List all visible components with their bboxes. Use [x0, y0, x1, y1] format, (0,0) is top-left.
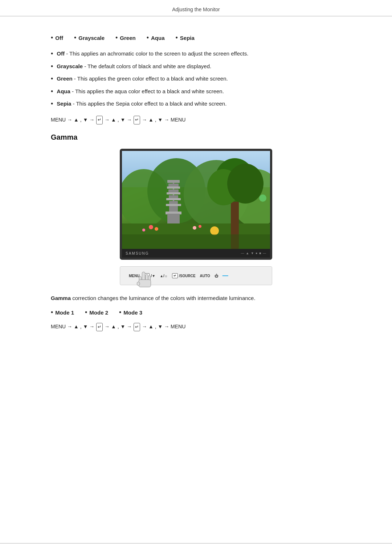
- enter-icon: ↵: [96, 116, 103, 124]
- mode-3-label: Mode 3: [123, 309, 142, 316]
- svg-point-28: [210, 226, 219, 235]
- page-footer: [0, 543, 392, 554]
- mode-3-option: • Mode 3: [119, 309, 142, 316]
- svg-rect-15: [166, 204, 181, 206]
- list-item: • Sepia - This applies the Sepia color e…: [51, 98, 341, 110]
- svg-rect-11: [167, 192, 180, 194]
- desc-grayscale-text: - The default colors of black and white …: [84, 63, 211, 69]
- svg-rect-18: [167, 214, 180, 223]
- mode-options-row: • Mode 1 • Mode 2 • Mode 3: [51, 309, 341, 316]
- minus-button: —: [222, 272, 228, 279]
- bullet-dot: •: [85, 309, 87, 316]
- nav-sequence-2: MENU → ▲ , ▼ → ↵ → ▲ , ▼ → ↵ → ▲ , ▼ → M…: [51, 322, 341, 331]
- option-sepia: • Sepia: [176, 34, 195, 41]
- brand-name: SAMSUNG: [126, 251, 149, 255]
- nav-sequence-1: MENU → ▲ , ▼ → ↵ → ▲ , ▼ → ↵ → ▲ , ▼ → M…: [51, 115, 341, 124]
- page-header: Adjusting the Monitor: [0, 0, 392, 16]
- color-options-row: • Off • Grayscale • Green • Aqua • Sepia: [51, 34, 341, 41]
- option-off: • Off: [51, 34, 63, 41]
- desc-aqua-bold: Aqua: [57, 88, 70, 94]
- svg-rect-7: [167, 180, 180, 183]
- desc-sepia: Sepia - This applies the Sepia color eff…: [57, 100, 226, 108]
- hand-cursor-svg: [135, 270, 153, 292]
- bullet-icon: •: [51, 50, 53, 58]
- bullet-dot: •: [51, 309, 53, 316]
- list-item: • Aqua - This applies the aqua color eff…: [51, 85, 341, 98]
- gamma-section-title: Gamma: [51, 133, 341, 141]
- desc-aqua: Aqua - This applies the aqua color effec…: [57, 87, 224, 96]
- bullet-dot: •: [147, 34, 149, 41]
- desc-sepia-bold: Sepia: [57, 100, 71, 107]
- enter-icon: ↵: [134, 323, 140, 332]
- option-green-label: Green: [120, 35, 135, 41]
- svg-rect-14: [169, 201, 178, 204]
- bullet-icon: •: [51, 88, 53, 96]
- enter-source-icon-box: ↵: [172, 273, 178, 278]
- mode-1-option: • Mode 1: [51, 309, 74, 316]
- svg-point-25: [142, 229, 145, 231]
- enter-icon: ↵: [96, 323, 103, 332]
- svg-point-27: [199, 225, 201, 228]
- garden-scene-svg: [122, 151, 270, 249]
- bullet-dot: •: [176, 34, 178, 41]
- list-item: • Green - This applies the green color e…: [51, 73, 341, 85]
- bullet-dot: •: [119, 309, 121, 316]
- svg-rect-9: [167, 186, 180, 189]
- desc-green: Green - This applies the green color eff…: [57, 75, 228, 83]
- mode-1-label: Mode 1: [55, 309, 74, 316]
- desc-grayscale: Grayscale - The default colors of black …: [57, 62, 211, 71]
- desc-off: Off - This applies an achromatic color t…: [57, 50, 248, 58]
- option-grayscale: • Grayscale: [74, 34, 105, 41]
- svg-point-22: [227, 164, 264, 204]
- list-item: • Off - This applies an achromatic color…: [51, 48, 341, 60]
- up-brightness-button: ▲/☼: [160, 274, 168, 278]
- desc-grayscale-bold: Grayscale: [57, 63, 83, 69]
- svg-rect-13: [166, 198, 181, 200]
- main-content: • Off • Grayscale • Green • Aqua • Sepia…: [0, 16, 392, 362]
- page-title: Adjusting the Monitor: [172, 7, 220, 12]
- svg-rect-10: [168, 189, 179, 192]
- monitor-screen: [122, 151, 270, 249]
- bullet-icon: •: [51, 63, 53, 71]
- svg-rect-8: [168, 184, 179, 186]
- svg-point-29: [259, 194, 266, 202]
- svg-point-23: [149, 225, 153, 229]
- desc-aqua-text: - This applies the aqua color effect to …: [72, 88, 224, 94]
- monitor-image-container: SAMSUNG — ▲ ▼ ● ■ —: [51, 149, 341, 285]
- monitor-controls-bar: MENU ↵ /▼ ▲/☼ ↵ /SOURCE AUTO ⏻ —: [120, 266, 272, 285]
- svg-rect-30: [122, 234, 270, 249]
- svg-rect-36: [137, 282, 140, 285]
- option-grayscale-label: Grayscale: [78, 35, 105, 41]
- svg-rect-35: [139, 280, 151, 287]
- bullet-dot: •: [74, 34, 76, 41]
- svg-rect-12: [169, 195, 178, 198]
- bullet-icon: •: [51, 100, 53, 108]
- desc-green-bold: Green: [57, 75, 72, 82]
- monitor-indicators: — ▲ ▼ ● ■ —: [241, 251, 266, 255]
- bullet-icon: •: [51, 75, 53, 83]
- gamma-desc-text: correction changes the luminance of the …: [71, 295, 256, 301]
- option-aqua: • Aqua: [147, 34, 165, 41]
- desc-green-text: - This applies the green color effect to…: [74, 75, 228, 82]
- bullet-dot: •: [115, 34, 118, 41]
- mode-2-option: • Mode 2: [85, 309, 108, 316]
- list-item: • Grayscale - The default colors of blac…: [51, 60, 341, 73]
- auto-button: AUTO: [200, 274, 210, 278]
- desc-off-bold: Off: [57, 50, 65, 57]
- power-button: ⏻: [215, 274, 218, 278]
- desc-off-text: - This applies an achromatic color to th…: [66, 50, 248, 57]
- descriptions-list: • Off - This applies an achromatic color…: [51, 48, 341, 110]
- monitor-brand: SAMSUNG — ▲ ▼ ● ■ —: [122, 249, 270, 258]
- option-green: • Green: [115, 34, 136, 41]
- option-aqua-label: Aqua: [151, 35, 165, 41]
- svg-point-26: [193, 226, 196, 230]
- bullet-dot: •: [51, 34, 53, 41]
- gamma-description: Gamma correction changes the luminance o…: [51, 294, 341, 303]
- enter-source-button: ↵ /SOURCE: [172, 273, 196, 278]
- option-off-label: Off: [55, 35, 63, 41]
- monitor-frame: SAMSUNG — ▲ ▼ ● ■ —: [120, 149, 272, 260]
- hand-cursor-image: [135, 270, 153, 292]
- gamma-desc-bold: Gamma: [51, 295, 71, 301]
- mode-2-label: Mode 2: [89, 309, 108, 316]
- desc-sepia-text: - This applies the Sepia color effect to…: [73, 100, 227, 107]
